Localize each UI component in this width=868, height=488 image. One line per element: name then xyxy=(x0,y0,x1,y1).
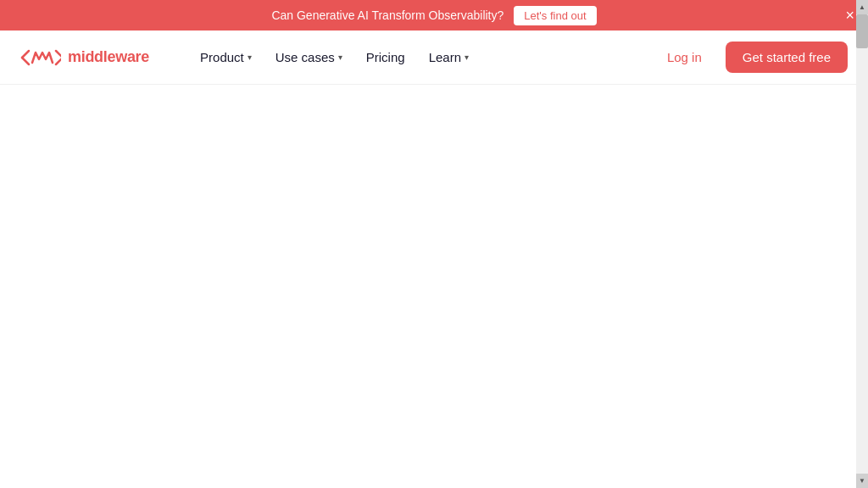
chevron-down-icon: ▾ xyxy=(248,53,252,62)
nav-item-learn[interactable]: Learn ▾ xyxy=(419,43,479,71)
scrollbar-up-button[interactable]: ▲ xyxy=(856,0,868,14)
nav-item-product[interactable]: Product ▾ xyxy=(190,43,262,71)
scrollbar-track: ▲ ▼ xyxy=(856,0,868,488)
announcement-text: Can Generative AI Transform Observabilit… xyxy=(271,8,504,22)
nav-item-use-cases[interactable]: Use cases ▾ xyxy=(265,43,353,71)
logo-link[interactable]: middleware xyxy=(20,46,149,69)
logo-text: middleware xyxy=(68,48,149,66)
get-started-button[interactable]: Get started free xyxy=(726,42,848,73)
scrollbar-thumb[interactable] xyxy=(856,14,868,48)
logo-icon xyxy=(20,46,61,69)
announcement-close-button[interactable]: × xyxy=(845,8,854,23)
login-link[interactable]: Log in xyxy=(654,43,715,71)
announcement-cta-button[interactable]: Let's find out xyxy=(514,6,596,25)
scrollbar-down-button[interactable]: ▼ xyxy=(856,474,868,488)
nav-item-pricing[interactable]: Pricing xyxy=(356,43,415,71)
chevron-down-icon: ▾ xyxy=(465,53,469,62)
navbar: middleware Product ▾ Use cases ▾ Pricing… xyxy=(0,30,868,85)
chevron-down-icon: ▾ xyxy=(338,53,342,62)
nav-links: Product ▾ Use cases ▾ Pricing Learn ▾ Lo… xyxy=(190,42,848,73)
main-content xyxy=(0,85,868,488)
announcement-banner: Can Generative AI Transform Observabilit… xyxy=(0,0,868,30)
